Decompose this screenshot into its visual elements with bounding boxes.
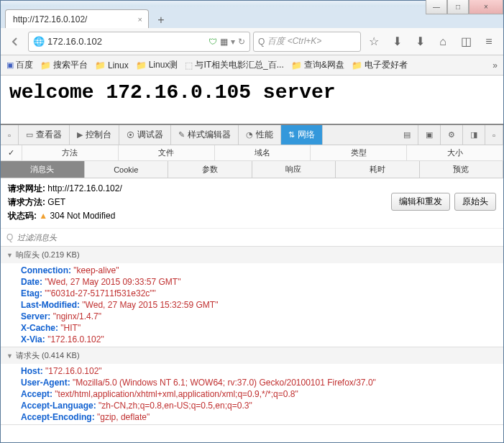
devtools-dock-side[interactable]: ◨	[463, 125, 485, 145]
header-row: Host: "172.16.0.102"	[21, 365, 503, 377]
tab-style-editor[interactable]: ✎样式编辑器	[171, 125, 239, 145]
details-tabs: 消息头 Cookie 参数 响应 耗时 预览	[1, 161, 503, 178]
inspector-icon: ▭	[26, 130, 33, 140]
window-titlebar: — □ ×	[1, 1, 503, 6]
page-body: welcome 172.16.0.105 server	[1, 76, 503, 109]
col-size[interactable]: 大小	[407, 145, 503, 160]
devtools-toggle-2[interactable]: ▣	[418, 125, 441, 145]
shield-icon[interactable]: 🛡	[209, 37, 217, 47]
header-key: User-Agent:	[21, 378, 70, 388]
devtools-panel: ▫ ▭查看器 ▶控制台 ⦿调试器 ✎样式编辑器 ◔性能 ⇅网络 ▤ ▣ ⚙ ◨ …	[1, 124, 503, 442]
browser-window: — □ × http://172.16.0.102/ × + 🌐 172.16.…	[0, 0, 504, 443]
col-file[interactable]: 文件	[119, 145, 215, 160]
header-row: User-Agent: "Mozilla/5.0 (Windows NT 6.1…	[21, 377, 503, 388]
header-key: Date:	[21, 277, 42, 287]
req-url-label: 请求网址:	[8, 183, 45, 193]
bookmark-item[interactable]: ▣百度	[6, 59, 33, 71]
devtools-dock-button[interactable]: ▫	[1, 125, 19, 145]
minimize-button[interactable]: —	[426, 0, 447, 14]
dropdown-icon[interactable]: ▾	[231, 37, 235, 47]
tab-debugger[interactable]: ⦿调试器	[119, 125, 171, 145]
dock-side-icon: ◨	[470, 130, 477, 140]
col-type[interactable]: 类型	[311, 145, 407, 160]
devtools-settings[interactable]: ⚙	[441, 125, 463, 145]
header-row: Connection: "keep-alive"	[21, 265, 503, 276]
tab-title: http://172.16.0.102/	[13, 14, 87, 24]
bookmark-item[interactable]: ⬚与IT相关电影汇总_百...	[185, 59, 283, 71]
url-bar[interactable]: 🌐 172.16.0.102 🛡 ▦ ▾ ↻	[28, 32, 250, 52]
search-placeholder: 百度 <Ctrl+K>	[267, 35, 321, 47]
home-icon[interactable]: ⌂	[433, 32, 453, 52]
subtab-preview[interactable]: 预览	[420, 161, 504, 178]
subtab-cookie[interactable]: Cookie	[85, 161, 169, 178]
devtools-close[interactable]: ▫	[485, 125, 503, 145]
folder-icon: 📁	[95, 60, 106, 70]
bookmark-item[interactable]: 📁搜索平台	[40, 59, 88, 71]
tab-performance[interactable]: ◔性能	[239, 125, 281, 145]
col-domain[interactable]: 域名	[215, 145, 311, 160]
close-window-button[interactable]: ×	[469, 0, 503, 14]
subtab-headers[interactable]: 消息头	[1, 161, 85, 178]
gear-icon: ⚙	[448, 130, 455, 140]
request-headers-toggle[interactable]: ▼ 请求头 (0.414 KB)	[1, 347, 503, 364]
grid-icon[interactable]: ▦	[220, 37, 228, 47]
col-status[interactable]: ✓	[1, 145, 22, 160]
network-icon: ⇅	[288, 130, 295, 140]
req-status-value: 304 Not Modified	[50, 211, 116, 221]
req-url-value: http://172.16.0.102/	[47, 183, 122, 193]
header-row: Etag: ""6031d-27-51711f531e32c""	[21, 288, 503, 299]
pocket-icon[interactable]: ⬇	[387, 32, 407, 52]
bookmark-item[interactable]: 📁查询&网盘	[291, 59, 344, 71]
bookmark-site-icon: ▣	[6, 60, 14, 70]
bookmark-item[interactable]: 📁Linux	[95, 60, 129, 70]
req-status-label: 状态码:	[8, 211, 37, 221]
devtools-toggle-1[interactable]: ▤	[396, 125, 418, 145]
tab-network[interactable]: ⇅网络	[281, 125, 323, 145]
download-icon[interactable]: ⬇	[410, 32, 430, 52]
bookmark-item[interactable]: 📁电子爱好者	[352, 59, 408, 71]
header-key: Etag:	[21, 288, 42, 298]
maximize-button[interactable]: □	[447, 0, 469, 14]
browser-tab[interactable]: http://172.16.0.102/ ×	[5, 9, 149, 28]
back-button[interactable]	[5, 32, 25, 52]
header-value: "text/html,application/xhtml+xml,applica…	[52, 389, 298, 399]
status-warning-icon: ▲	[39, 211, 47, 221]
subtab-params[interactable]: 参数	[168, 161, 252, 178]
filter-row: Q	[1, 229, 503, 247]
response-headers-section: ▼ 响应头 (0.219 KB) Connection: "keep-alive…	[1, 247, 503, 347]
tab-console[interactable]: ▶控制台	[70, 125, 119, 145]
header-key: X-Via:	[21, 334, 45, 344]
tab-inspector[interactable]: ▭查看器	[19, 125, 70, 145]
search-bar[interactable]: Q 百度 <Ctrl+K>	[253, 32, 361, 52]
page-heading: welcome 172.16.0.105 server	[9, 81, 495, 104]
subtab-response[interactable]: 响应	[252, 161, 336, 178]
header-value: "HIT"	[58, 323, 81, 333]
globe-icon: 🌐	[33, 36, 45, 47]
bookmark-item[interactable]: 📁Linux测	[136, 59, 178, 71]
header-value: "172.16.0.102"	[45, 334, 104, 344]
star-icon[interactable]: ☆	[364, 32, 384, 52]
subtab-timing[interactable]: 耗时	[336, 161, 420, 178]
folder-icon: 📁	[136, 60, 147, 70]
triangle-down-icon: ▼	[6, 352, 13, 360]
new-tab-button[interactable]: +	[152, 12, 170, 28]
raw-headers-button[interactable]: 原始头	[454, 193, 496, 211]
apps-icon[interactable]: ◫	[456, 32, 476, 52]
request-headers-section: ▼ 请求头 (0.414 KB) Host: "172.16.0.102"Use…	[1, 347, 503, 425]
reload-icon[interactable]: ↻	[238, 37, 245, 47]
header-key: Accept-Encoding:	[21, 412, 95, 422]
col-method[interactable]: 方法	[22, 145, 119, 160]
response-headers-list: Connection: "keep-alive"Date: "Wed, 27 M…	[1, 263, 503, 347]
tab-close-icon[interactable]: ×	[138, 15, 142, 24]
header-row: Accept-Language: "zh-CN,zh;q=0.8,en-US;q…	[21, 400, 503, 411]
filter-input[interactable]	[16, 232, 498, 243]
header-key: X-Cache:	[21, 323, 58, 333]
header-key: Accept:	[21, 389, 52, 399]
menu-icon[interactable]: ≡	[479, 32, 499, 52]
search-icon: Q	[6, 232, 13, 242]
edit-resend-button[interactable]: 编辑和重发	[391, 193, 450, 211]
close-icon: ▫	[492, 131, 495, 140]
panel-icon: ▣	[426, 130, 433, 140]
bookmark-overflow-icon[interactable]: »	[492, 60, 498, 70]
response-headers-toggle[interactable]: ▼ 响应头 (0.219 KB)	[1, 247, 503, 263]
